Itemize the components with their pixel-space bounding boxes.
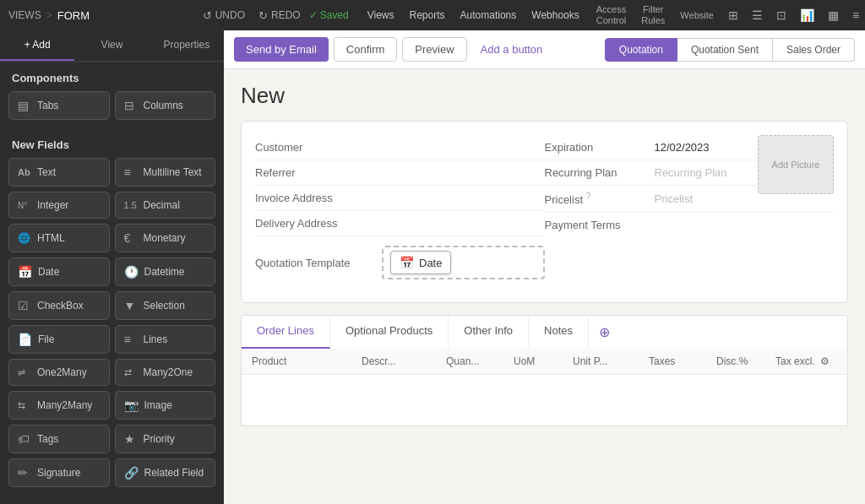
sidebar-tabs: + Add View Properties (0, 30, 224, 62)
add-button-button[interactable]: Add a button (472, 38, 552, 61)
many2one-field[interactable]: ⇄ Many2One (115, 359, 216, 386)
sidebar-tab-properties[interactable]: Properties (150, 30, 224, 61)
date-widget-label: Date (419, 257, 442, 269)
signature-icon: ✏ (18, 466, 31, 480)
one2many-icon: ⇌ (18, 367, 31, 378)
redo-icon: ↻ (258, 9, 268, 22)
add-picture-button[interactable]: Add Picture (758, 135, 834, 194)
quotation-template-value[interactable]: 📅 Date (382, 242, 545, 283)
lines-field[interactable]: ≡ Lines (115, 325, 216, 354)
preview-button[interactable]: Preview (402, 37, 466, 62)
columns-component[interactable]: ⊟ Columns (115, 91, 216, 120)
tab-other-info[interactable]: Other Info (449, 316, 529, 349)
menu-item-webhooks[interactable]: Webhooks (525, 6, 585, 24)
text-field[interactable]: Ab Text (8, 158, 110, 187)
status-quotation-sent[interactable]: Quotation Sent (677, 38, 773, 62)
saved-label: Saved (320, 9, 349, 21)
redo-button[interactable]: ↻ REDO (253, 6, 306, 25)
integer-icon: N° (18, 201, 31, 210)
sidebar-tab-add[interactable]: + Add (0, 30, 74, 61)
priority-field[interactable]: ★ Priority (115, 425, 216, 453)
text-icon: Ab (18, 167, 31, 177)
multiline-text-field[interactable]: ≡ Multiline Text (115, 158, 216, 187)
datetime-field[interactable]: 🕐 Datetime (115, 257, 216, 286)
file-field[interactable]: 📄 File (8, 325, 110, 354)
checkbox-field[interactable]: ☑ CheckBox (8, 291, 110, 320)
top-bar-menu: Views Reports Automations Webhooks (361, 6, 586, 24)
signature-label: Signature (37, 467, 80, 479)
confirm-button[interactable]: Confirm (334, 37, 398, 62)
date-widget[interactable]: 📅 Date (390, 251, 451, 274)
delivery-address-row: Delivery Address (255, 211, 545, 236)
filter-rules-button[interactable]: Filter Rules (636, 3, 670, 28)
many2one-label: Many2One (144, 366, 193, 378)
status-quotation[interactable]: Quotation (605, 38, 677, 62)
send-by-email-button[interactable]: Send by Email (234, 37, 329, 62)
checkbox-label: CheckBox (37, 300, 84, 312)
sidebar-tab-view[interactable]: View (74, 30, 149, 61)
date-field[interactable]: 📅 Date (8, 257, 110, 286)
invoice-address-label: Invoice Address (255, 192, 382, 204)
col-unit-price: Unit P... (573, 355, 649, 367)
breadcrumb: VIEWS > FORM (8, 9, 184, 22)
main-content: Send by Email Confirm Preview Add a butt… (224, 30, 865, 504)
chart-view-icon[interactable]: 📊 (796, 5, 819, 25)
recurring-plan-label: Recurring Plan (545, 166, 655, 179)
monetary-label: Monetary (144, 232, 186, 244)
calendar-widget-icon: 📅 (400, 256, 414, 269)
notes-tab-label: Notes (544, 324, 573, 337)
access-control-button[interactable]: Access Control (591, 3, 631, 28)
kanban-view-icon[interactable]: ⊡ (772, 5, 791, 25)
menu-item-views[interactable]: Views (361, 6, 401, 24)
add-tab-button[interactable]: ⊕ (589, 316, 620, 349)
image-field[interactable]: 📷 Image (115, 391, 216, 420)
top-bar: VIEWS > FORM ↺ UNDO ↻ REDO ✓ Saved Views… (0, 0, 865, 30)
list-view-icon[interactable]: ☰ (748, 5, 767, 25)
many2many-field[interactable]: ⇆ Many2Many (8, 391, 110, 420)
table-header: Product Descr... Quan... UoM Unit P... T… (242, 349, 847, 375)
related-field[interactable]: 🔗 Related Field (115, 458, 216, 487)
monetary-field[interactable]: € Monetary (115, 224, 216, 252)
tabs-component[interactable]: ▤ Tabs (8, 91, 110, 120)
existing-fields-section[interactable]: Existing Fields ▶ (0, 496, 224, 504)
text-label: Text (37, 166, 56, 178)
col-tax-excl: Tax excl. (775, 355, 820, 367)
tab-order-lines[interactable]: Order Lines (242, 316, 330, 349)
table-settings-icon[interactable]: ⚙ (820, 355, 837, 367)
integer-field[interactable]: N° Integer (8, 192, 110, 219)
form-area: New Add Picture Customer Referrer (224, 69, 865, 504)
tab-optional-products[interactable]: Optional Products (330, 316, 449, 349)
grid-view-icon[interactable]: ⊞ (724, 5, 743, 25)
payment-terms-label: Payment Terms (545, 219, 655, 231)
pricelist-value[interactable]: Pricelist (655, 192, 835, 205)
col-discount: Disc.% (716, 355, 775, 367)
views-nav-label[interactable]: VIEWS (8, 9, 41, 21)
decimal-icon: 1.5 (124, 200, 138, 210)
form-nav-label[interactable]: FORM (57, 9, 184, 22)
col-quantity: Quan... (446, 355, 514, 367)
customer-row: Customer (255, 135, 545, 160)
undo-button[interactable]: ↺ UNDO (198, 6, 250, 25)
menu-item-reports[interactable]: Reports (403, 6, 452, 24)
view-tab-label: View (101, 39, 123, 51)
related-label: Related Field (144, 467, 204, 479)
quotation-template-row: Quotation Template 📅 Date (255, 236, 545, 289)
decimal-field[interactable]: 1.5 Decimal (115, 192, 216, 219)
tab-notes[interactable]: Notes (529, 316, 589, 349)
menu-item-automations[interactable]: Automations (454, 6, 524, 24)
one2many-field[interactable]: ⇌ One2Many (8, 359, 110, 386)
breadcrumb-separator: > (46, 9, 52, 21)
website-button[interactable]: Website (675, 8, 719, 22)
col-taxes: Taxes (649, 355, 716, 367)
status-sales-order[interactable]: Sales Order (773, 38, 855, 62)
pivot-view-icon[interactable]: ▦ (824, 5, 843, 25)
tags-field[interactable]: 🏷 Tags (8, 425, 110, 453)
html-field[interactable]: 🌐 HTML (8, 224, 110, 252)
calendar-view-icon[interactable]: ≡ (848, 5, 863, 25)
new-fields-section-title: New Fields (0, 128, 224, 158)
signature-field[interactable]: ✏ Signature (8, 458, 110, 487)
checkbox-icon: ☑ (18, 299, 31, 312)
selection-icon: ▼ (124, 299, 138, 312)
multiline-label: Multiline Text (144, 166, 202, 178)
selection-field[interactable]: ▼ Selection (115, 291, 216, 320)
